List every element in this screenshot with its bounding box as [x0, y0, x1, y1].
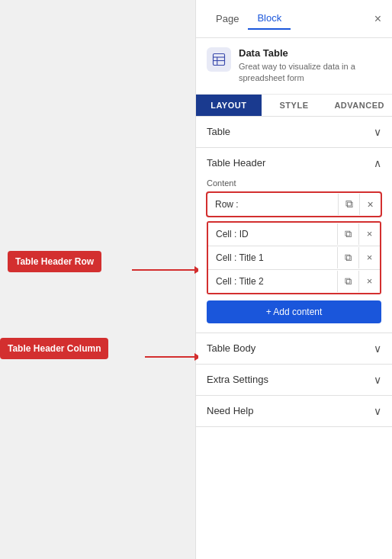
cell-item-id: Cell : ID ⧉ ×: [208, 223, 380, 246]
svg-rect-4: [214, 54, 225, 66]
need-help-chevron-down: ∨: [374, 405, 381, 417]
tab-layout[interactable]: LAYOUT: [196, 95, 262, 116]
need-help-section: Need Help ∨: [196, 396, 392, 427]
table-header-chevron-up: ∧: [374, 157, 381, 169]
cell-title1-copy-button[interactable]: ⧉: [337, 247, 358, 268]
table-header-column-arrow: [0, 338, 198, 376]
table-header-row-arrow: [0, 251, 198, 289]
table-header-section-label: Table Header: [207, 157, 265, 169]
cell-id-copy-button[interactable]: ⧉: [337, 223, 358, 245]
table-section: Table ∨: [196, 117, 392, 148]
panel-header: Page Block ×: [196, 0, 392, 38]
table-body-chevron-down: ∨: [374, 342, 381, 355]
tab-page[interactable]: Page: [207, 8, 248, 29]
layout-tabs: LAYOUT STYLE ADVANCED: [196, 95, 392, 117]
tab-style[interactable]: STYLE: [262, 95, 327, 116]
block-info: Data Table Great way to visualize data i…: [196, 38, 392, 95]
block-title: Data Table: [239, 47, 381, 59]
cell-title2-delete-button[interactable]: ×: [358, 271, 380, 292]
cells-group: Cell : ID ⧉ × Cell : Title 1 ⧉ × Cell : …: [207, 221, 381, 294]
table-header-column-annotation: Table Header Column: [0, 338, 108, 359]
cell-title2-copy-button[interactable]: ⧉: [337, 271, 358, 292]
extra-settings-section-label: Extra Settings: [207, 374, 268, 385]
need-help-section-label: Need Help: [207, 405, 253, 416]
add-content-button[interactable]: + Add content: [207, 300, 381, 323]
data-table-icon: [207, 47, 231, 72]
row-copy-button[interactable]: ⧉: [338, 194, 359, 215]
table-section-label: Table: [207, 126, 230, 137]
tab-advanced[interactable]: ADVANCED: [326, 95, 392, 116]
table-header-row-annotation: Table Header Row: [8, 251, 101, 272]
close-button[interactable]: ×: [374, 13, 381, 25]
extra-settings-chevron-down: ∨: [374, 374, 381, 386]
table-header-content: Content Row : ⧉ × Cell : ID ⧉ × Cell : T…: [196, 178, 392, 333]
right-panel: Page Block × Data Table Great way to vis…: [195, 0, 392, 559]
cell-title1-label: Cell : Title 1: [208, 246, 337, 269]
table-header-section: Table Header ∧ Content Row : ⧉ × Cell : …: [196, 148, 392, 333]
cell-title1-delete-button[interactable]: ×: [358, 247, 380, 268]
table-body-section-label: Table Body: [207, 342, 255, 354]
cell-item-title2: Cell : Title 2 ⧉ ×: [208, 270, 380, 293]
cell-id-delete-button[interactable]: ×: [358, 223, 380, 245]
table-header-section-header[interactable]: Table Header ∧: [196, 148, 392, 178]
row-delete-button[interactable]: ×: [359, 194, 381, 215]
table-body-section: Table Body ∨: [196, 333, 392, 365]
extra-settings-section-header[interactable]: Extra Settings ∨: [196, 365, 392, 395]
table-section-header[interactable]: Table ∨: [196, 117, 392, 147]
extra-settings-section: Extra Settings ∨: [196, 365, 392, 396]
content-label: Content: [207, 178, 381, 188]
block-description: Great way to visualize data in a spreads…: [239, 61, 381, 85]
cell-item-title1: Cell : Title 1 ⧉ ×: [208, 246, 380, 270]
block-text: Data Table Great way to visualize data i…: [239, 47, 381, 85]
need-help-section-header[interactable]: Need Help ∨: [196, 396, 392, 426]
table-body-section-header[interactable]: Table Body ∨: [196, 333, 392, 364]
row-item: Row : ⧉ ×: [207, 192, 381, 217]
cell-title2-label: Cell : Title 2: [208, 270, 337, 293]
cell-id-label: Cell : ID: [208, 223, 337, 246]
table-chevron-down: ∨: [374, 126, 381, 138]
row-item-label: Row :: [207, 193, 338, 216]
tab-block[interactable]: Block: [248, 8, 291, 30]
